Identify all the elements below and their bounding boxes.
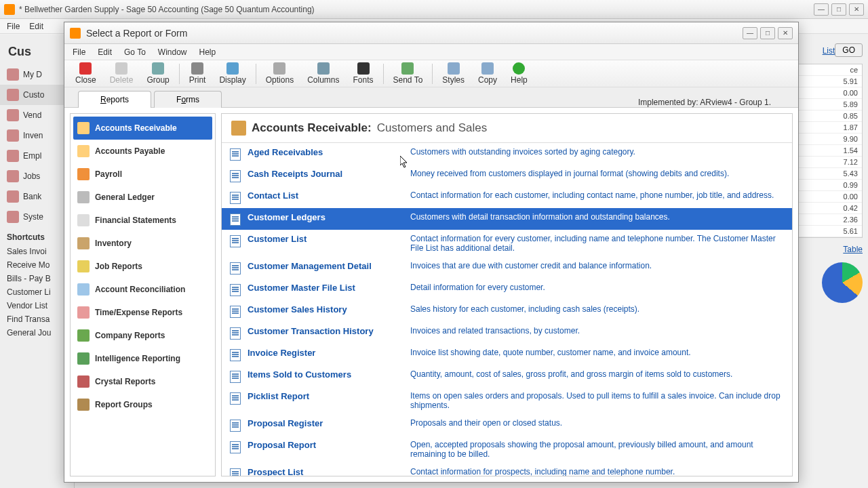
dlg-menu-goto[interactable]: Go To bbox=[124, 47, 146, 57]
report-row[interactable]: Proposal ReportOpen, accepted proposals … bbox=[222, 436, 792, 463]
category-item[interactable]: Report Groups bbox=[73, 393, 212, 416]
report-row[interactable]: Customer Master File ListDetail informat… bbox=[222, 279, 792, 300]
category-label: Time/Expense Reports bbox=[95, 308, 182, 317]
category-item[interactable]: Crystal Reports bbox=[73, 370, 212, 393]
report-row[interactable]: Customer Management DetailInvoices that … bbox=[222, 257, 792, 279]
category-item[interactable]: Time/Expense Reports bbox=[73, 301, 212, 324]
print-tool[interactable]: Print bbox=[182, 62, 213, 85]
nav-item[interactable]: Syste bbox=[0, 207, 74, 227]
report-icon bbox=[230, 392, 241, 405]
report-row[interactable]: Proposal RegisterProposals and their ope… bbox=[222, 414, 792, 436]
report-row[interactable]: Picklist ReportItems on open sales order… bbox=[222, 387, 792, 414]
menu-edit[interactable]: Edit bbox=[29, 22, 43, 31]
category-icon bbox=[77, 168, 90, 180]
category-item[interactable]: Payroll bbox=[73, 163, 212, 186]
shortcut-item[interactable]: Find Transa bbox=[0, 312, 74, 326]
report-row[interactable]: Customer Transaction HistoryInvoices and… bbox=[222, 322, 792, 344]
pane-header-main: Accounts Receivable: bbox=[252, 121, 372, 135]
category-icon bbox=[77, 283, 90, 296]
print-icon bbox=[191, 62, 203, 75]
report-row[interactable]: Customer Sales HistorySales history for … bbox=[222, 300, 792, 322]
nav-item-label: Jobs bbox=[23, 171, 40, 181]
shortcut-item[interactable]: Sales Invoi bbox=[0, 245, 74, 258]
group-icon bbox=[152, 62, 164, 75]
maximize-button[interactable]: □ bbox=[831, 3, 846, 16]
columns-tool[interactable]: Columns bbox=[300, 62, 346, 85]
category-item[interactable]: Financial Statements bbox=[73, 209, 212, 232]
dlg-menu-file[interactable]: File bbox=[73, 47, 85, 57]
report-row[interactable]: Prospect ListContact information for pro… bbox=[222, 463, 792, 476]
shortcut-item[interactable]: Receive Mo bbox=[0, 258, 74, 272]
category-item[interactable]: Accounts Receivable bbox=[73, 117, 212, 140]
category-icon bbox=[77, 375, 90, 388]
options-tool[interactable]: Options bbox=[259, 62, 300, 85]
display-icon bbox=[226, 62, 239, 75]
report-name: Invoice Register bbox=[248, 348, 403, 358]
nav-item[interactable]: Bank bbox=[0, 186, 74, 207]
delete-tool[interactable]: Delete bbox=[103, 62, 140, 85]
minimize-button[interactable]: — bbox=[814, 3, 829, 16]
tab-forms[interactable]: Forms bbox=[154, 91, 222, 108]
category-item[interactable]: Intelligence Reporting bbox=[73, 347, 212, 370]
dlg-menu-help[interactable]: Help bbox=[199, 47, 216, 57]
category-label: Report Groups bbox=[95, 400, 153, 409]
category-list[interactable]: Accounts ReceivableAccounts PayablePayro… bbox=[70, 113, 216, 476]
category-item[interactable]: Job Reports bbox=[73, 255, 212, 278]
nav-item[interactable]: Custo bbox=[0, 85, 74, 105]
report-description: Sales history for each customer, includi… bbox=[410, 304, 784, 314]
report-row[interactable]: Contact ListContact information for each… bbox=[222, 186, 792, 208]
copy-icon bbox=[481, 62, 494, 75]
report-description: Invoice list showing date, quote number,… bbox=[410, 348, 784, 357]
report-icon bbox=[230, 214, 241, 226]
table-link[interactable]: Table bbox=[795, 242, 863, 257]
columns-icon bbox=[317, 62, 330, 75]
nav-item[interactable]: Jobs bbox=[0, 166, 74, 186]
report-row[interactable]: Customer LedgersCustomers with detail tr… bbox=[222, 208, 792, 230]
category-icon bbox=[77, 237, 90, 249]
category-item[interactable]: Account Reconciliation bbox=[73, 278, 212, 301]
styles-tool[interactable]: Styles bbox=[435, 62, 471, 85]
display-tool[interactable]: Display bbox=[212, 62, 252, 85]
nav-item[interactable]: Empl bbox=[0, 146, 74, 166]
close-tool[interactable]: Close bbox=[68, 62, 103, 85]
nav-icon bbox=[7, 68, 19, 81]
shortcut-item[interactable]: Customer Li bbox=[0, 285, 74, 299]
sendto-tool[interactable]: Send To bbox=[387, 62, 430, 85]
category-label: Accounts Payable bbox=[95, 146, 165, 156]
report-row[interactable]: Aged ReceivablesCustomers with outstandi… bbox=[222, 143, 792, 165]
report-name: Contact List bbox=[248, 190, 403, 201]
report-description: Detail information for every customer. bbox=[410, 283, 784, 292]
help-tool[interactable]: Help bbox=[504, 62, 534, 85]
category-item[interactable]: General Ledger bbox=[73, 186, 212, 209]
dialog-minimize-button[interactable]: — bbox=[743, 27, 757, 39]
shortcut-item[interactable]: General Jou bbox=[0, 326, 74, 340]
delete-icon bbox=[115, 62, 127, 75]
nav-item[interactable]: Inven bbox=[0, 125, 74, 146]
category-item[interactable]: Company Reports bbox=[73, 324, 212, 347]
shortcut-item[interactable]: Vendor List bbox=[0, 299, 74, 312]
report-row[interactable]: Items Sold to CustomersQuantity, amount,… bbox=[222, 365, 792, 387]
report-row[interactable]: Cash Receipts JournalMoney received from… bbox=[222, 165, 792, 186]
nav-item[interactable]: Vend bbox=[0, 105, 74, 125]
close-button[interactable]: ✕ bbox=[849, 3, 864, 16]
group-tool[interactable]: Group bbox=[140, 62, 176, 85]
dlg-menu-window[interactable]: Window bbox=[158, 47, 187, 57]
category-item[interactable]: Accounts Payable bbox=[73, 140, 212, 163]
copy-tool[interactable]: Copy bbox=[471, 62, 504, 85]
shortcut-item[interactable]: Bills - Pay B bbox=[0, 272, 74, 285]
dlg-menu-edit[interactable]: Edit bbox=[98, 47, 112, 57]
fonts-tool[interactable]: Fonts bbox=[347, 62, 380, 85]
dialog-close-button[interactable]: ✕ bbox=[778, 27, 793, 39]
nav-item-label: My D bbox=[23, 70, 42, 79]
tab-reports[interactable]: Reports bbox=[78, 91, 151, 108]
report-row[interactable]: Customer ListContact information for eve… bbox=[222, 230, 792, 257]
report-row[interactable]: Invoice RegisterInvoice list showing dat… bbox=[222, 344, 792, 365]
go-button[interactable]: GO bbox=[835, 43, 863, 57]
dialog-maximize-button[interactable]: □ bbox=[760, 27, 775, 39]
category-item[interactable]: Inventory bbox=[73, 232, 212, 255]
sendto-icon bbox=[401, 62, 414, 75]
menu-file[interactable]: File bbox=[7, 22, 20, 31]
value-cell: 5.91 bbox=[795, 76, 862, 87]
report-list[interactable]: Aged ReceivablesCustomers with outstandi… bbox=[222, 143, 792, 476]
nav-item[interactable]: My D bbox=[0, 64, 74, 85]
